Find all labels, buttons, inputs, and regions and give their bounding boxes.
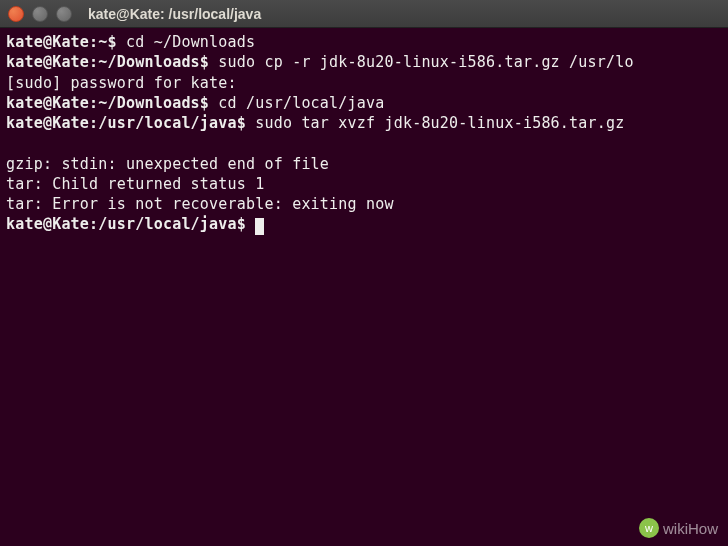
- cursor-block: [255, 218, 264, 235]
- command-text: sudo tar xvzf jdk-8u20-linux-i586.tar.gz: [246, 114, 624, 132]
- prompt: kate@Kate:~$: [6, 33, 117, 51]
- terminal-line: kate@Kate:/usr/local/java$: [6, 214, 722, 234]
- close-icon[interactable]: [8, 6, 24, 22]
- maximize-icon[interactable]: [56, 6, 72, 22]
- terminal-line: tar: Child returned status 1: [6, 174, 722, 194]
- terminal-body[interactable]: kate@Kate:~$ cd ~/Downloadskate@Kate:~/D…: [0, 28, 728, 239]
- prompt: kate@Kate:/usr/local/java$: [6, 215, 246, 233]
- prompt: kate@Kate:~/Downloads$: [6, 94, 209, 112]
- command-text: sudo cp -r jdk-8u20-linux-i586.tar.gz /u…: [209, 53, 634, 71]
- terminal-line: kate@Kate:~/Downloads$ sudo cp -r jdk-8u…: [6, 52, 722, 72]
- terminal-line: tar: Error is not recoverable: exiting n…: [6, 194, 722, 214]
- terminal-line: [6, 133, 722, 153]
- command-text: cd ~/Downloads: [117, 33, 255, 51]
- terminal-line: gzip: stdin: unexpected end of file: [6, 154, 722, 174]
- watermark: w wikiHow: [639, 518, 718, 538]
- titlebar: kate@Kate: /usr/local/java: [0, 0, 728, 28]
- minimize-icon[interactable]: [32, 6, 48, 22]
- watermark-text: wikiHow: [663, 520, 718, 537]
- command-text: cd /usr/local/java: [209, 94, 384, 112]
- command-text: [246, 215, 255, 233]
- wikihow-logo-icon: w: [639, 518, 659, 538]
- window-controls: [8, 6, 72, 22]
- terminal-line: kate@Kate:~/Downloads$ cd /usr/local/jav…: [6, 93, 722, 113]
- terminal-line: kate@Kate:~$ cd ~/Downloads: [6, 32, 722, 52]
- prompt: kate@Kate:~/Downloads$: [6, 53, 209, 71]
- terminal-line: [sudo] password for kate:: [6, 73, 722, 93]
- window-title: kate@Kate: /usr/local/java: [88, 6, 261, 22]
- prompt: kate@Kate:/usr/local/java$: [6, 114, 246, 132]
- terminal-line: kate@Kate:/usr/local/java$ sudo tar xvzf…: [6, 113, 722, 133]
